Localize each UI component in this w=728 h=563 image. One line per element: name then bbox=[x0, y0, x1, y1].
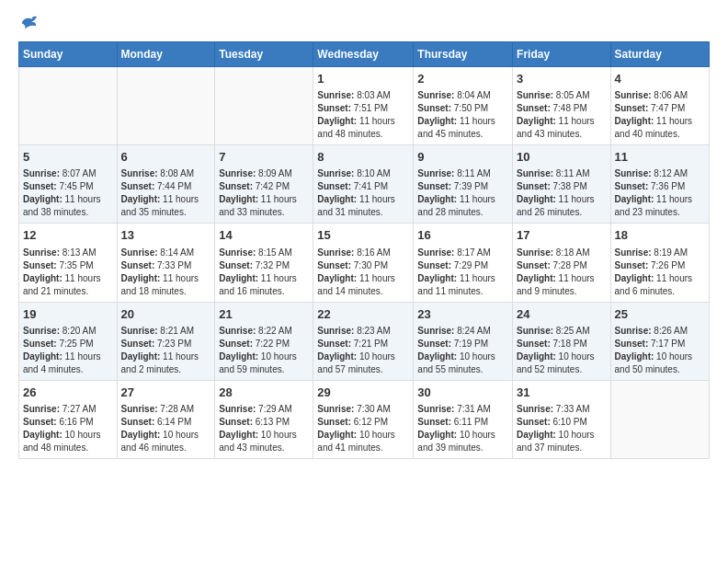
cell-content-line: Sunset: 7:29 PM bbox=[417, 259, 508, 272]
day-number: 1 bbox=[317, 71, 409, 87]
cell-content-line: Daylight: 11 hours and 38 minutes. bbox=[23, 193, 113, 219]
cell-content-line: Sunrise: 8:15 AM bbox=[219, 247, 309, 259]
cell-content-line: Daylight: 10 hours and 43 minutes. bbox=[219, 429, 309, 454]
day-number: 22 bbox=[317, 306, 409, 323]
day-number: 17 bbox=[517, 227, 607, 244]
calendar-cell: 5Sunrise: 8:07 AMSunset: 7:45 PMDaylight… bbox=[19, 145, 118, 224]
cell-content-line: Daylight: 11 hours and 4 minutes. bbox=[23, 350, 113, 376]
calendar-cell: 8Sunrise: 8:10 AMSunset: 7:41 PMDaylight… bbox=[313, 145, 414, 224]
cell-content-line: Sunset: 7:44 PM bbox=[121, 180, 211, 193]
calendar-cell: 4Sunrise: 8:06 AMSunset: 7:47 PMDaylight… bbox=[610, 67, 709, 145]
cell-content-line: Sunset: 7:47 PM bbox=[615, 102, 705, 115]
day-number: 18 bbox=[615, 227, 705, 244]
cell-content-line: Sunrise: 8:13 AM bbox=[23, 247, 113, 259]
day-number: 10 bbox=[517, 149, 607, 166]
cell-content-line: Sunrise: 8:04 AM bbox=[417, 89, 508, 102]
cell-content-line: Sunrise: 8:11 AM bbox=[417, 167, 508, 180]
cell-content-line: Daylight: 11 hours and 26 minutes. bbox=[517, 193, 607, 219]
cell-content-line: Daylight: 11 hours and 43 minutes. bbox=[517, 115, 607, 141]
day-number: 24 bbox=[517, 306, 607, 323]
day-number: 19 bbox=[23, 306, 113, 323]
day-number: 15 bbox=[317, 227, 409, 244]
cell-content-line: Sunrise: 7:28 AM bbox=[121, 403, 211, 416]
cell-content-line: Sunset: 7:30 PM bbox=[317, 259, 409, 272]
calendar-cell bbox=[610, 380, 709, 458]
cell-content-line: Daylight: 10 hours and 41 minutes. bbox=[317, 429, 409, 454]
cell-content-line: Sunrise: 8:09 AM bbox=[219, 167, 309, 180]
cell-content-line: Sunset: 7:33 PM bbox=[121, 259, 211, 272]
cell-content-line: Daylight: 10 hours and 57 minutes. bbox=[317, 350, 409, 376]
calendar-cell: 23Sunrise: 8:24 AMSunset: 7:19 PMDayligh… bbox=[414, 302, 513, 380]
calendar-cell: 22Sunrise: 8:23 AMSunset: 7:21 PMDayligh… bbox=[313, 302, 414, 380]
cell-content-line: Daylight: 11 hours and 21 minutes. bbox=[23, 272, 113, 298]
calendar-cell: 6Sunrise: 8:08 AMSunset: 7:44 PMDaylight… bbox=[117, 145, 215, 224]
cell-content-line: Sunset: 7:25 PM bbox=[23, 338, 113, 350]
day-number: 29 bbox=[317, 385, 409, 401]
calendar-cell: 15Sunrise: 8:16 AMSunset: 7:30 PMDayligh… bbox=[313, 224, 414, 302]
day-number: 12 bbox=[23, 227, 113, 244]
cell-content-line: Sunrise: 8:07 AM bbox=[23, 167, 113, 180]
day-number: 8 bbox=[317, 149, 409, 166]
cell-content-line: Daylight: 11 hours and 18 minutes. bbox=[121, 272, 211, 298]
logo-bird-icon bbox=[20, 14, 39, 32]
cell-content-line: Sunrise: 8:22 AM bbox=[219, 325, 309, 338]
cell-content-line: Sunset: 7:42 PM bbox=[219, 180, 309, 193]
cell-content-line: Sunrise: 8:14 AM bbox=[121, 247, 211, 259]
calendar-cell: 2Sunrise: 8:04 AMSunset: 7:50 PMDaylight… bbox=[414, 67, 513, 145]
calendar-cell: 29Sunrise: 7:30 AMSunset: 6:12 PMDayligh… bbox=[313, 380, 414, 458]
calendar-cell bbox=[215, 67, 313, 145]
cell-content-line: Daylight: 11 hours and 23 minutes. bbox=[615, 193, 705, 219]
day-number: 3 bbox=[517, 71, 607, 87]
cell-content-line: Daylight: 10 hours and 37 minutes. bbox=[517, 429, 607, 454]
cell-content-line: Sunset: 7:50 PM bbox=[417, 102, 508, 115]
col-header-wednesday: Wednesday bbox=[313, 42, 414, 67]
cell-content-line: Sunset: 7:48 PM bbox=[517, 102, 607, 115]
cell-content-line: Sunrise: 8:20 AM bbox=[23, 325, 113, 338]
day-number: 21 bbox=[219, 306, 309, 323]
day-number: 5 bbox=[23, 149, 113, 166]
calendar-cell: 10Sunrise: 8:11 AMSunset: 7:38 PMDayligh… bbox=[513, 145, 611, 224]
calendar-cell: 18Sunrise: 8:19 AMSunset: 7:26 PMDayligh… bbox=[610, 224, 709, 302]
calendar-table: SundayMondayTuesdayWednesdayThursdayFrid… bbox=[18, 41, 710, 459]
calendar-cell: 21Sunrise: 8:22 AMSunset: 7:22 PMDayligh… bbox=[215, 302, 313, 380]
cell-content-line: Sunrise: 8:25 AM bbox=[517, 325, 607, 338]
cell-content-line: Sunset: 6:11 PM bbox=[417, 416, 508, 429]
cell-content-line: Sunrise: 8:08 AM bbox=[121, 167, 211, 180]
cell-content-line: Sunset: 7:51 PM bbox=[317, 102, 409, 115]
cell-content-line: Daylight: 11 hours and 6 minutes. bbox=[615, 272, 705, 298]
day-number: 14 bbox=[219, 227, 309, 244]
calendar-cell bbox=[117, 67, 215, 145]
week-row-3: 12Sunrise: 8:13 AMSunset: 7:35 PMDayligh… bbox=[19, 224, 710, 302]
cell-content-line: Sunset: 7:22 PM bbox=[219, 338, 309, 350]
cell-content-line: Sunset: 7:45 PM bbox=[23, 180, 113, 193]
cell-content-line: Sunrise: 7:29 AM bbox=[219, 403, 309, 416]
cell-content-line: Sunset: 7:28 PM bbox=[517, 259, 607, 272]
cell-content-line: Sunset: 7:41 PM bbox=[317, 180, 409, 193]
cell-content-line: Sunset: 7:23 PM bbox=[121, 338, 211, 350]
week-row-2: 5Sunrise: 8:07 AMSunset: 7:45 PMDaylight… bbox=[19, 145, 710, 224]
week-row-4: 19Sunrise: 8:20 AMSunset: 7:25 PMDayligh… bbox=[19, 302, 710, 380]
day-number: 27 bbox=[121, 385, 211, 401]
calendar-cell: 24Sunrise: 8:25 AMSunset: 7:18 PMDayligh… bbox=[513, 302, 611, 380]
cell-content-line: Sunset: 6:16 PM bbox=[23, 416, 113, 429]
cell-content-line: Sunset: 7:21 PM bbox=[317, 338, 409, 350]
week-row-5: 26Sunrise: 7:27 AMSunset: 6:16 PMDayligh… bbox=[19, 380, 710, 458]
cell-content-line: Sunset: 6:10 PM bbox=[517, 416, 607, 429]
cell-content-line: Sunset: 6:13 PM bbox=[219, 416, 309, 429]
cell-content-line: Daylight: 11 hours and 35 minutes. bbox=[121, 193, 211, 219]
cell-content-line: Sunrise: 7:33 AM bbox=[517, 403, 607, 416]
calendar-cell: 25Sunrise: 8:26 AMSunset: 7:17 PMDayligh… bbox=[610, 302, 709, 380]
cell-content-line: Sunrise: 8:12 AM bbox=[615, 167, 705, 180]
cell-content-line: Sunrise: 8:18 AM bbox=[517, 247, 607, 259]
day-number: 28 bbox=[219, 385, 309, 401]
col-header-monday: Monday bbox=[117, 42, 215, 67]
day-number: 16 bbox=[417, 227, 508, 244]
calendar-cell: 27Sunrise: 7:28 AMSunset: 6:14 PMDayligh… bbox=[117, 380, 215, 458]
day-number: 26 bbox=[23, 385, 113, 401]
calendar-cell: 13Sunrise: 8:14 AMSunset: 7:33 PMDayligh… bbox=[117, 224, 215, 302]
cell-content-line: Sunrise: 8:06 AM bbox=[615, 89, 705, 102]
day-number: 6 bbox=[121, 149, 211, 166]
col-header-friday: Friday bbox=[513, 42, 611, 67]
cell-content-line: Daylight: 10 hours and 48 minutes. bbox=[23, 429, 113, 454]
cell-content-line: Sunset: 7:36 PM bbox=[615, 180, 705, 193]
